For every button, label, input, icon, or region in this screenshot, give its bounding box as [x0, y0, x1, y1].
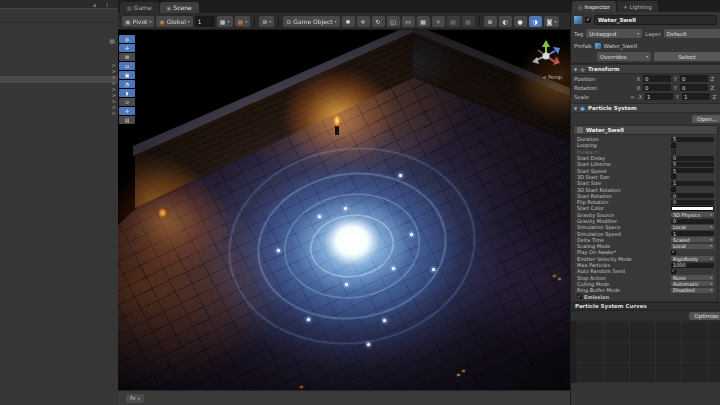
tag-layer-row: Tag Untagged ▾ Layer Default — [571, 27, 720, 40]
hand-tool-button[interactable]: ✱ — [342, 16, 355, 27]
curves-graph[interactable] — [571, 321, 720, 383]
pan-icon: ✛ — [125, 109, 129, 114]
open-editor-button[interactable]: Open... — [692, 115, 720, 123]
looping-checkbox[interactable] — [671, 143, 676, 148]
rotation-y-field[interactable]: 0 — [680, 84, 708, 91]
duration-field[interactable]: 5 — [671, 137, 714, 142]
snap-settings-dropdown[interactable]: ▦ ▾ — [217, 16, 233, 27]
property-label: Start Size — [577, 180, 669, 186]
scene-viewport[interactable]: ◎ ✛ ⊠ ▭ ▣ ◔ ◗ ⊙ ✛ ▤ — [118, 30, 570, 390]
tab-scene[interactable]: ▣ Scene — [160, 2, 199, 13]
custom-tool-button[interactable]: ¥ — [432, 16, 445, 27]
simulation-speed-field[interactable]: 1 — [671, 231, 714, 236]
start-delay-field[interactable]: 0 — [671, 156, 714, 161]
lighting-icon: ☀ — [623, 4, 627, 10]
emission-module-checkbox[interactable]: ✓ — [577, 294, 582, 299]
disabled-tool-button[interactable]: ▦ — [447, 16, 460, 27]
object-name-field[interactable]: Water_Swell — [594, 15, 717, 25]
layer-dropdown[interactable]: Default — [664, 29, 720, 38]
transform-tool-button[interactable]: ▦ — [417, 16, 430, 27]
start-color-swatch[interactable] — [671, 206, 714, 211]
scale-tool-button[interactable]: ⊠ — [119, 53, 135, 61]
max-particles-field[interactable]: 1000 — [671, 263, 714, 268]
gravity-source-dropdown[interactable]: 3D Physics▾ — [671, 212, 714, 217]
delta-time-dropdown[interactable]: Scaled▾ — [671, 237, 714, 242]
snap-value-field[interactable]: 1 — [195, 16, 215, 27]
orbit-tool-button[interactable]: ◎ — [119, 35, 135, 43]
emission-module-label[interactable]: Emission — [584, 294, 609, 300]
bottom-dropdown[interactable]: Fe ▾ — [126, 394, 144, 403]
shaded-toggle[interactable]: ◐ — [499, 16, 512, 27]
scale-tool-button[interactable]: ◱ — [387, 16, 400, 27]
culling-mode-dropdown[interactable]: Automatic▾ — [671, 281, 714, 286]
scale-x-field[interactable]: 1 — [645, 93, 673, 100]
gameobject-cube-icon[interactable] — [574, 16, 582, 24]
play-on-awake-checkbox[interactable]: ✓ — [671, 250, 676, 255]
rotate-tool-button[interactable]: ◔ — [119, 80, 135, 88]
particle-system-header[interactable]: ▼ ✱ Particle System — [571, 103, 720, 113]
particle-curves-header[interactable]: Particle System Curves — [571, 302, 720, 311]
image-tool-button[interactable]: ▣ — [119, 71, 135, 79]
projection-label[interactable]: < Persp — [542, 74, 562, 80]
layers-tool-button[interactable]: ▤ — [119, 116, 135, 124]
game-object-dropdown[interactable]: ⊙ Game Object ▾ — [283, 16, 339, 27]
foldout-icon[interactable]: ▼ — [574, 106, 577, 111]
property-row: Flip Rotation 0 — [574, 199, 717, 205]
emitter-velocity-mode-dropdown[interactable]: Rigidbody▾ — [671, 256, 714, 261]
selected-row-highlight[interactable] — [0, 76, 118, 83]
start-rotation-field[interactable]: 0 — [671, 193, 714, 198]
increment-snap-dropdown[interactable]: ▦ ▾ — [235, 16, 251, 27]
zoom-tool-button[interactable]: ⊙ — [119, 98, 135, 106]
ring-buffer-mode-dropdown[interactable]: Disabled▾ — [671, 288, 714, 293]
droplet-tool-button[interactable]: ◗ — [119, 89, 135, 97]
stop-action-dropdown[interactable]: None▾ — [671, 275, 714, 280]
move-tool-button[interactable]: ✛ — [357, 16, 370, 27]
pan-tool-button[interactable]: ✛ — [119, 107, 135, 115]
position-x-field[interactable]: 0 — [643, 75, 671, 82]
optimize-button[interactable]: Optimize — [689, 312, 720, 320]
active-checkbox[interactable]: ✓ — [585, 17, 591, 23]
prefab-name[interactable]: Water_Swell — [604, 43, 637, 49]
tab-inspector[interactable]: ◎ Inspector — [572, 1, 616, 12]
start-size-field[interactable]: 1 — [671, 181, 714, 186]
foldout-icon[interactable]: ▼ — [574, 67, 577, 72]
start-speed-field[interactable]: 5 — [671, 168, 714, 173]
rotation-row: Rotation X 0 Y 0 Z — [571, 83, 720, 92]
tab-lighting[interactable]: ☀ Lighting — [617, 1, 658, 12]
property-label: Auto Random Seed — [577, 268, 669, 274]
position-y-field[interactable]: 0 — [680, 75, 708, 82]
wireframe-toggle[interactable]: ⊕ — [484, 16, 497, 27]
grid-visibility-dropdown[interactable]: ⊘ ▾ — [259, 16, 274, 27]
3d-start-rotation-checkbox[interactable] — [671, 187, 676, 192]
scaling-mode-dropdown[interactable]: Local▾ — [671, 244, 714, 249]
chevron-icon[interactable]: > — [112, 111, 116, 116]
rect-tool-button[interactable]: ▭ — [402, 16, 415, 27]
overrides-dropdown[interactable]: Overrides ▾ — [597, 52, 651, 61]
disabled-tool-button[interactable]: ▦ — [462, 16, 475, 27]
link-scale-icon[interactable]: ∞ — [629, 94, 636, 100]
start-lifetime-field[interactable]: 5 — [671, 162, 714, 167]
magnifier-icon: ⊙ — [125, 100, 129, 105]
solid-toggle[interactable]: ● — [514, 16, 527, 27]
flip-rotation-field[interactable]: 0 — [671, 200, 714, 205]
simulation-space-dropdown[interactable]: Local▾ — [671, 225, 714, 230]
particle-module-header[interactable]: Water_Swell — [574, 126, 717, 135]
tab-game[interactable]: ▥ Game — [120, 2, 159, 13]
move-tool-button[interactable]: ✛ — [119, 44, 135, 52]
gravity-modifier-field[interactable]: 0 — [671, 219, 714, 224]
rect-tool-button[interactable]: ▭ — [119, 62, 135, 70]
3d-start-size-checkbox[interactable] — [671, 174, 676, 179]
scale-y-field[interactable]: 1 — [682, 93, 710, 100]
transform-header[interactable]: ▼ ✛ Transform — [571, 64, 720, 74]
auto-random-seed-checkbox[interactable]: ✓ — [671, 269, 676, 274]
rotate-tool-button[interactable]: ↻ — [372, 16, 385, 27]
tag-dropdown[interactable]: Untagged ▾ — [586, 29, 642, 38]
global-dropdown[interactable]: ◉ Global ▾ — [156, 16, 192, 27]
pivot-dropdown[interactable]: ▣ Pivot ▾ — [122, 16, 154, 27]
axis-x-label: X — [638, 94, 643, 100]
paint-dropdown[interactable]: ◙ ▾ — [544, 16, 560, 27]
lighting-toggle[interactable]: ◑ — [529, 16, 542, 27]
rotation-x-field[interactable]: 0 — [643, 84, 671, 91]
select-button[interactable]: Select — [654, 52, 720, 61]
orientation-gizmo[interactable] — [528, 38, 564, 74]
